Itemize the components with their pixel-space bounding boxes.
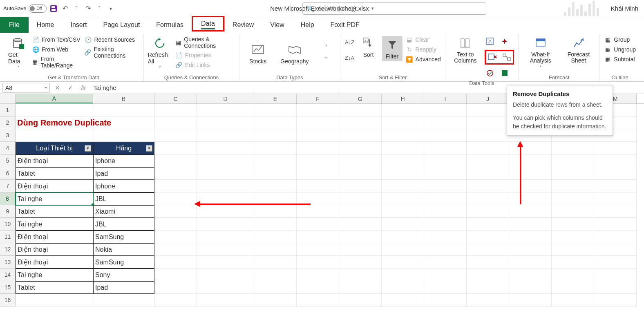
existing-connections-button[interactable]: 🔗Existing Connections [84, 46, 139, 59]
cell[interactable] [509, 243, 552, 256]
cell[interactable] [154, 129, 197, 142]
cell[interactable] [552, 256, 594, 269]
cell[interactable] [339, 116, 382, 129]
flash-fill-icon[interactable] [485, 36, 495, 47]
subtotal-button[interactable]: ▦Subtotal [604, 56, 636, 63]
cell[interactable] [424, 142, 467, 154]
row-header[interactable]: 11 [0, 230, 16, 243]
cell[interactable] [197, 167, 254, 180]
cell[interactable] [509, 167, 552, 180]
cell[interactable]: Điện thoại [16, 230, 93, 243]
cell[interactable]: Nokia [93, 243, 154, 256]
cell[interactable] [594, 180, 637, 192]
cell[interactable] [197, 205, 254, 218]
cell[interactable] [467, 269, 509, 281]
cell[interactable] [297, 218, 339, 230]
cell[interactable] [509, 192, 552, 205]
cell[interactable] [297, 154, 339, 167]
search-box[interactable]: 🔍 Search (Alt+Q) [302, 2, 486, 15]
cell[interactable] [594, 205, 637, 218]
tab-help[interactable]: Help [293, 17, 322, 33]
cell[interactable] [154, 230, 197, 243]
col-header-C[interactable]: C [154, 94, 197, 103]
datatype-up-icon[interactable]: ˄ [321, 42, 332, 53]
col-header-J[interactable]: J [467, 94, 509, 103]
cell[interactable] [424, 243, 467, 256]
cell[interactable] [297, 294, 339, 307]
cell[interactable] [424, 180, 467, 192]
filter-dropdown-icon[interactable]: ▼ [146, 145, 152, 152]
cell[interactable] [197, 116, 254, 129]
consolidate-icon[interactable] [499, 36, 510, 47]
cell[interactable] [552, 192, 594, 205]
qat-customize-icon[interactable]: ▾ [106, 4, 115, 13]
remove-duplicates-icon[interactable] [487, 52, 497, 63]
cell[interactable] [424, 294, 467, 307]
from-text-csv-button[interactable]: 📄From Text/CSV [32, 36, 81, 43]
cell[interactable] [552, 167, 594, 180]
tab-file[interactable]: File [0, 17, 29, 33]
sort-asc-icon[interactable]: A↓Z [344, 37, 355, 47]
cell[interactable] [552, 218, 594, 230]
group-button[interactable]: ▦Group [604, 36, 636, 43]
cell[interactable] [297, 167, 339, 180]
cell[interactable] [382, 180, 424, 192]
cell[interactable] [467, 256, 509, 269]
cell[interactable] [254, 116, 297, 129]
tab-view[interactable]: View [262, 17, 292, 33]
cell[interactable] [382, 294, 424, 307]
row-header[interactable]: 5 [0, 154, 16, 167]
datatype-down-icon[interactable]: ˅ [321, 54, 332, 65]
text-to-columns-button[interactable]: Text to Columns [449, 36, 481, 64]
cell[interactable] [594, 142, 637, 154]
cell[interactable]: Sony [93, 269, 154, 281]
cell[interactable] [594, 230, 637, 243]
cell[interactable] [594, 218, 637, 230]
cell[interactable] [154, 167, 197, 180]
cell[interactable] [467, 167, 509, 180]
cell[interactable] [297, 256, 339, 269]
cell[interactable] [297, 180, 339, 192]
col-header-E[interactable]: E [254, 94, 297, 103]
cell[interactable] [254, 104, 297, 116]
cell[interactable] [552, 243, 594, 256]
cell[interactable] [382, 205, 424, 218]
cell[interactable] [382, 167, 424, 180]
cell[interactable] [93, 294, 154, 307]
cell[interactable] [424, 192, 467, 205]
ungroup-button[interactable]: ▦Ungroup [604, 46, 636, 53]
cell[interactable] [382, 104, 424, 116]
forecast-sheet-button[interactable]: Forecast Sheet [562, 36, 596, 64]
queries-connections-button[interactable]: ▦Queries & Connections [175, 36, 235, 49]
cell[interactable] [339, 230, 382, 243]
row-header[interactable]: 2 [0, 116, 16, 129]
cell[interactable] [16, 104, 93, 116]
stocks-button[interactable]: Stocks [248, 43, 268, 65]
cell[interactable] [297, 142, 339, 154]
cell[interactable]: Tai nghe [16, 192, 93, 205]
cell[interactable] [339, 180, 382, 192]
cell[interactable] [154, 104, 197, 116]
cell[interactable] [424, 256, 467, 269]
get-data-button[interactable]: Get Data ˅ [8, 36, 29, 70]
from-web-button[interactable]: 🌐From Web [32, 46, 81, 53]
cell[interactable] [297, 243, 339, 256]
cell[interactable]: Iphone [93, 180, 154, 192]
cell[interactable] [382, 192, 424, 205]
cell[interactable] [382, 269, 424, 281]
cell[interactable] [197, 218, 254, 230]
tab-data[interactable]: Data [192, 16, 224, 31]
cell[interactable]: Điện thoại [16, 180, 93, 192]
cell[interactable]: Điện thoại [16, 243, 93, 256]
col-header-G[interactable]: G [339, 94, 382, 103]
cell[interactable]: Tablet [16, 167, 93, 180]
tab-page-layout[interactable]: Page Layout [95, 17, 148, 33]
col-header-B[interactable]: B [93, 94, 154, 103]
cell[interactable] [197, 142, 254, 154]
username[interactable]: Khải Minh [611, 5, 638, 12]
cell[interactable] [339, 218, 382, 230]
cell[interactable] [339, 269, 382, 281]
cell[interactable] [509, 205, 552, 218]
cell[interactable] [382, 243, 424, 256]
filter-dropdown-icon[interactable]: ▼ [85, 145, 91, 152]
